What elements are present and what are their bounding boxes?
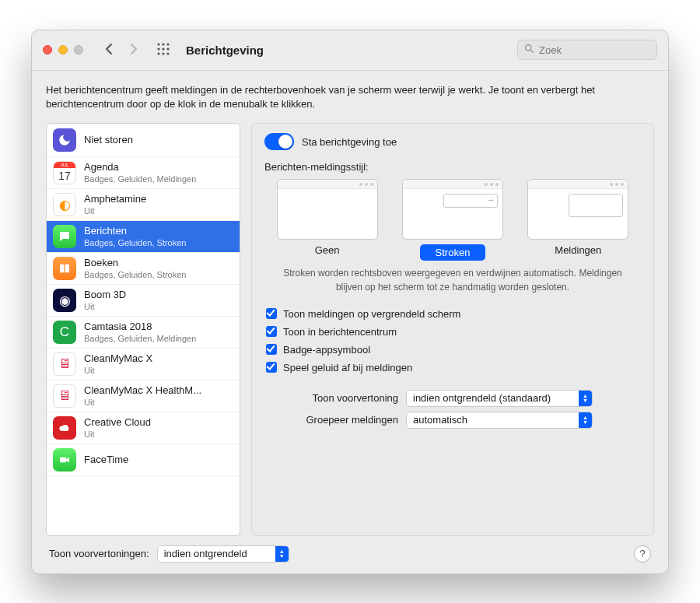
footer-preview-label: Toon voorvertoningen: bbox=[49, 548, 149, 559]
checkbox-icon bbox=[266, 326, 277, 337]
sidebar-item-sub: Badges, Geluiden, Meldingen bbox=[84, 334, 196, 344]
grouping-select[interactable]: automatisch ▲▼ bbox=[406, 412, 593, 429]
svg-point-8 bbox=[166, 52, 169, 54]
facetime-icon bbox=[53, 448, 76, 472]
cleanmymac-health-icon: 🖥 bbox=[53, 384, 76, 408]
sidebar-item-agenda[interactable]: 17 Agenda Badges, Geluiden, Meldingen bbox=[47, 157, 240, 189]
style-caption: Meldingen bbox=[555, 244, 601, 256]
preview-select-label: Toon voorvertoning bbox=[282, 392, 398, 404]
help-button[interactable]: ? bbox=[634, 545, 651, 563]
style-thumb-none bbox=[277, 179, 378, 240]
sidebar-item-sub: Badges, Geluiden, Stroken bbox=[84, 238, 186, 248]
sidebar-item-sub: Uit bbox=[84, 429, 151, 440]
sidebar-item-cleanmymac-health[interactable]: 🖥 CleanMyMac X HealthM... Uit bbox=[47, 380, 240, 412]
sidebar-item-camtasia[interactable]: C Camtasia 2018 Badges, Geluiden, Meldin… bbox=[47, 317, 240, 349]
sidebar-item-sub: Uit bbox=[84, 302, 126, 312]
search-field[interactable] bbox=[517, 40, 657, 60]
popup-arrows-icon: ▲▼ bbox=[579, 391, 592, 406]
checkbox-label: Speel geluid af bij meldingen bbox=[283, 362, 412, 373]
checkbox-play-sound[interactable]: Speel geluid af bij meldingen bbox=[266, 359, 641, 377]
calendar-icon: 17 bbox=[53, 161, 76, 184]
svg-point-2 bbox=[166, 43, 169, 45]
style-caption: Geen bbox=[315, 244, 340, 256]
style-option-none[interactable]: Geen bbox=[277, 179, 378, 261]
allow-notifications-label: Sta berichtgeving toe bbox=[302, 136, 397, 148]
checkbox-icon bbox=[266, 308, 277, 319]
svg-point-7 bbox=[162, 52, 164, 54]
checkbox-icon bbox=[266, 362, 277, 373]
checkbox-icon bbox=[266, 344, 277, 355]
svg-point-4 bbox=[162, 47, 164, 50]
zoom-window-button[interactable] bbox=[74, 45, 83, 54]
content: Het berichtencentrum geeft meldingen in … bbox=[32, 71, 668, 573]
checkbox-notification-center[interactable]: Toon in berichtencentrum bbox=[266, 323, 641, 341]
search-icon bbox=[524, 44, 534, 56]
sidebar-item-sub: Badges, Geluiden, Stroken bbox=[84, 270, 186, 280]
sidebar-item-berichten[interactable]: Berichten Badges, Geluiden, Stroken bbox=[47, 221, 240, 253]
sidebar-item-sub: Uit bbox=[84, 206, 146, 216]
forward-button[interactable] bbox=[127, 43, 139, 58]
close-window-button[interactable] bbox=[43, 45, 52, 54]
checkbox-badge-icon[interactable]: Badge-appsymbool bbox=[266, 341, 641, 359]
allow-notifications-toggle[interactable] bbox=[264, 133, 294, 150]
window-controls bbox=[43, 45, 83, 54]
camtasia-icon: C bbox=[53, 321, 76, 344]
sidebar-item-sub: Uit bbox=[84, 398, 201, 408]
sidebar-item-label: Agenda bbox=[84, 161, 196, 174]
svg-point-1 bbox=[162, 43, 164, 45]
svg-point-6 bbox=[157, 52, 159, 54]
style-thumb-banners bbox=[402, 179, 503, 240]
grouping-select-value: automatisch bbox=[413, 414, 467, 426]
sidebar-item-label: Boeken bbox=[84, 257, 186, 269]
footer: Toon voorvertoningen: indien ontgrendeld… bbox=[46, 536, 654, 564]
style-caption: Stroken bbox=[420, 244, 486, 261]
grouping-select-label: Groepeer meldingen bbox=[282, 414, 398, 426]
sidebar-item-cleanmymac[interactable]: 🖥 CleanMyMac X Uit bbox=[47, 349, 240, 380]
checkbox-label: Toon in berichtencentrum bbox=[283, 326, 397, 338]
footer-preview-value: indien ontgrendeld bbox=[164, 548, 247, 559]
sidebar-item-label: CleanMyMac X HealthM... bbox=[84, 384, 201, 397]
description-text: Het berichtencentrum geeft meldingen in … bbox=[46, 83, 654, 113]
pane-title: Berichtgeving bbox=[186, 44, 264, 57]
sidebar-item-do-not-disturb[interactable]: Niet storen bbox=[47, 124, 240, 157]
checkbox-lock-screen[interactable]: Toon meldingen op vergrendeld scherm bbox=[266, 305, 641, 323]
minimize-window-button[interactable] bbox=[58, 45, 68, 54]
sidebar-item-label: CleanMyMac X bbox=[84, 352, 152, 365]
style-option-banners[interactable]: Stroken bbox=[402, 179, 503, 261]
cleanmymac-icon: 🖥 bbox=[53, 352, 76, 376]
footer-preview-select[interactable]: indien ontgrendeld ▲▼ bbox=[157, 545, 289, 563]
sidebar-item-sub: Uit bbox=[84, 366, 152, 376]
toolbar: Berichtgeving bbox=[32, 30, 668, 71]
sidebar-item-creative-cloud[interactable]: Creative Cloud Uit bbox=[47, 412, 240, 444]
popup-arrows-icon: ▲▼ bbox=[275, 546, 289, 562]
svg-point-0 bbox=[157, 43, 159, 45]
pill-icon: ◐ bbox=[53, 193, 76, 216]
alert-style-label: Berichten-meldingsstijl: bbox=[264, 161, 641, 173]
sidebar-item-facetime[interactable]: FaceTime bbox=[47, 444, 240, 476]
search-input[interactable] bbox=[539, 44, 669, 56]
sidebar-item-label: Creative Cloud bbox=[84, 416, 151, 429]
boom-icon: ◉ bbox=[53, 289, 76, 312]
checkbox-label: Toon meldingen op vergrendeld scherm bbox=[283, 308, 460, 320]
sidebar-item-label: Berichten bbox=[84, 225, 186, 237]
svg-rect-11 bbox=[60, 458, 66, 463]
checkbox-label: Badge-appsymbool bbox=[283, 344, 370, 356]
detail-panel: Sta berichtgeving toe Berichten-meldings… bbox=[251, 123, 654, 535]
back-button[interactable] bbox=[103, 43, 116, 58]
style-option-alerts[interactable]: Meldingen bbox=[527, 179, 628, 261]
sidebar-item-sub: Badges, Geluiden, Meldingen bbox=[84, 174, 196, 184]
sidebar-item-label: Camtasia 2018 bbox=[84, 321, 196, 333]
show-all-button[interactable] bbox=[156, 42, 170, 58]
style-explanation: Stroken worden rechtsboven weergegeven e… bbox=[283, 267, 622, 294]
preferences-window: Berichtgeving Het berichtencentrum geeft… bbox=[31, 30, 669, 574]
sidebar-item-label: Niet storen bbox=[84, 134, 133, 146]
sidebar-item-label: Boom 3D bbox=[84, 289, 126, 301]
preview-select[interactable]: indien ontgrendeld (standaard) ▲▼ bbox=[406, 390, 593, 407]
sidebar-item-amphetamine[interactable]: ◐ Amphetamine Uit bbox=[47, 189, 240, 221]
sidebar-item-boeken[interactable]: Boeken Badges, Geluiden, Stroken bbox=[47, 253, 240, 285]
preview-select-value: indien ontgrendeld (standaard) bbox=[413, 392, 551, 404]
svg-point-3 bbox=[157, 47, 159, 50]
sidebar-item-boom3d[interactable]: ◉ Boom 3D Uit bbox=[47, 285, 240, 317]
books-icon bbox=[53, 257, 76, 280]
app-list[interactable]: Niet storen 17 Agenda Badges, Geluiden, … bbox=[46, 123, 240, 535]
